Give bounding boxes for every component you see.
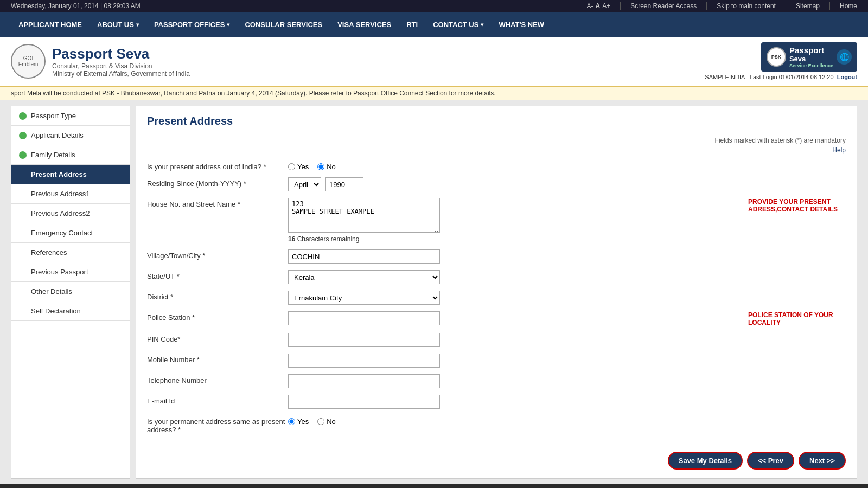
- sidebar-item-family-details[interactable]: Family Details: [11, 145, 130, 165]
- sidebar-item-emergency-contact[interactable]: Emergency Contact: [11, 223, 130, 243]
- out-of-india-control: Yes No: [288, 160, 846, 171]
- nav-item-applicant-home[interactable]: APPLICANT HOME: [11, 12, 90, 37]
- district-control: Ernakulam City Thiruvananthapuram: [288, 291, 846, 305]
- police-label: Police Station *: [147, 311, 288, 322]
- sidebar-item-previous-address2[interactable]: Previous Address2: [11, 204, 130, 223]
- sidebar-item-previous-passport[interactable]: Previous Passport: [11, 262, 130, 282]
- sidebar-item-self-declaration[interactable]: Self Declaration: [11, 301, 130, 321]
- button-row: Save My Details << Prev Next >>: [147, 445, 846, 470]
- empty-dot: [19, 288, 27, 296]
- out-of-india-no-radio[interactable]: [317, 163, 324, 170]
- ps-logo-icon: PSK: [767, 47, 786, 67]
- sidebar-item-label: Previous Passport: [31, 268, 88, 276]
- sidebar-item-present-address[interactable]: Present Address: [11, 165, 130, 184]
- dropdown-arrow: ▾: [481, 22, 483, 28]
- nav-item-passport-offices[interactable]: PASSPORT OFFICES ▾: [146, 12, 238, 37]
- month-select[interactable]: April: [288, 177, 321, 191]
- sidebar-item-label: Other Details: [31, 287, 72, 296]
- last-login: SAMPLEINDIA Last Login 01/01/2014 08:12:…: [705, 74, 857, 80]
- logout-link[interactable]: Logout: [837, 74, 857, 80]
- pin-input[interactable]: [288, 333, 440, 347]
- house-control: 123 SAMPLE STREET EXAMPLE 16 Characters …: [288, 198, 737, 243]
- telephone-input[interactable]: [288, 374, 440, 388]
- nav-item-rti[interactable]: RTI: [399, 12, 425, 37]
- sidebar-item-references[interactable]: References: [11, 243, 130, 262]
- passport-seva-logo: PSK Passport Seva Service Excellence 🌐: [761, 42, 857, 72]
- sidebar-item-applicant-details[interactable]: Applicant Details: [11, 126, 130, 145]
- sidebar-item-other-details[interactable]: Other Details: [11, 282, 130, 301]
- header-left: GOIEmblem Passport Seva Consular, Passpo…: [11, 44, 190, 79]
- header-right: PSK Passport Seva Service Excellence 🌐 S…: [705, 42, 857, 80]
- main-wrapper: Passport TypeApplicant DetailsFamily Det…: [0, 100, 868, 484]
- font-medium[interactable]: A: [595, 2, 600, 10]
- sidebar-item-label: Family Details: [31, 151, 75, 159]
- village-label: Village/Town/City *: [147, 249, 288, 260]
- sidebar: Passport TypeApplicant DetailsFamily Det…: [11, 106, 130, 479]
- empty-dot: [19, 190, 27, 198]
- help-link[interactable]: Help: [147, 146, 846, 154]
- font-small[interactable]: A-: [586, 2, 593, 10]
- sidebar-item-label: Applicant Details: [31, 131, 84, 139]
- screen-reader-link[interactable]: Screen Reader Access: [630, 2, 697, 10]
- header: GOIEmblem Passport Seva Consular, Passpo…: [0, 37, 868, 86]
- brand-info: Passport Seva Consular, Passport & Visa …: [52, 46, 190, 78]
- out-of-india-yes-radio[interactable]: [288, 163, 295, 170]
- datetime: Wednesday, January 01, 2014 | 08:29:03 A…: [11, 2, 141, 10]
- email-label: E-mail Id: [147, 395, 288, 405]
- divider3: [786, 2, 786, 10]
- permanent-yes-radio[interactable]: [288, 418, 295, 425]
- permanent-no-radio[interactable]: [317, 418, 324, 425]
- police-side-note: POLICE STATION OF YOUR LOCALITY: [748, 311, 846, 326]
- nav-item-contact-us[interactable]: CONTACT US ▾: [425, 12, 491, 37]
- address-side-note: PROVIDE YOUR PRESENT ADRESS,CONTACT DETA…: [748, 198, 846, 213]
- district-row: District * Ernakulam City Thiruvananthap…: [147, 291, 846, 305]
- year-input[interactable]: [326, 177, 363, 191]
- divider1: [620, 2, 621, 10]
- empty-dot: [19, 229, 27, 237]
- state-select[interactable]: Kerala Maharashtra Delhi: [288, 270, 440, 284]
- pin-control: [288, 333, 846, 347]
- permanent-no-label[interactable]: No: [317, 418, 336, 426]
- email-input[interactable]: [288, 395, 440, 409]
- done-icon: [19, 132, 27, 139]
- state-control: Kerala Maharashtra Delhi: [288, 270, 846, 284]
- home-link[interactable]: Home: [840, 2, 857, 10]
- nav-item-consular-services[interactable]: CONSULAR SERVICES: [237, 12, 330, 37]
- out-of-india-no-label[interactable]: No: [317, 163, 336, 171]
- top-bar: Wednesday, January 01, 2014 | 08:29:03 A…: [0, 0, 868, 12]
- chars-count: 16: [288, 235, 295, 243]
- pin-row: PIN Code*: [147, 333, 846, 347]
- last-login-label: Last Login: [750, 74, 777, 80]
- empty-dot: [19, 210, 27, 217]
- subtitle1: Consular, Passport & Visa Division: [52, 62, 190, 70]
- house-textarea[interactable]: 123 SAMPLE STREET EXAMPLE: [288, 198, 440, 233]
- mobile-control: [288, 354, 846, 368]
- mandatory-note: Fields marked with asterisk (*) are mand…: [147, 137, 846, 144]
- sidebar-item-label: Present Address: [31, 170, 87, 178]
- district-select[interactable]: Ernakulam City Thiruvananthapuram: [288, 291, 440, 305]
- village-input[interactable]: [288, 249, 440, 264]
- permanent-yes-label[interactable]: Yes: [288, 418, 309, 426]
- sidebar-item-passport-type[interactable]: Passport Type: [11, 106, 130, 126]
- chars-remaining: 16 Characters remaining: [288, 235, 737, 243]
- skip-main-link[interactable]: Skip to main content: [717, 2, 776, 10]
- district-label: District *: [147, 291, 288, 301]
- font-large[interactable]: A+: [602, 2, 610, 10]
- sitemap-link[interactable]: Sitemap: [796, 2, 820, 10]
- sidebar-item-previous-address1[interactable]: Previous Address1: [11, 184, 130, 204]
- mobile-input[interactable]: [288, 354, 440, 368]
- nav-item-about-us[interactable]: ABOUT US ▾: [90, 12, 146, 37]
- empty-dot: [19, 249, 27, 256]
- pin-label: PIN Code*: [147, 333, 288, 343]
- ticker-text: sport Mela will be conducted at PSK - Bh…: [11, 89, 496, 97]
- police-input[interactable]: [288, 311, 440, 325]
- prev-button[interactable]: << Prev: [747, 452, 794, 470]
- save-button[interactable]: Save My Details: [668, 452, 743, 470]
- empty-dot: [19, 307, 27, 315]
- residing-since-control: April: [288, 177, 846, 191]
- next-button[interactable]: Next >>: [799, 452, 846, 470]
- nav-item-what's-new[interactable]: WHAT'S NEW: [491, 12, 552, 37]
- out-of-india-yes-label[interactable]: Yes: [288, 163, 309, 171]
- permanent-label: Is your permanent address same as presen…: [147, 415, 288, 434]
- nav-item-visa-services[interactable]: VISA SERVICES: [330, 12, 399, 37]
